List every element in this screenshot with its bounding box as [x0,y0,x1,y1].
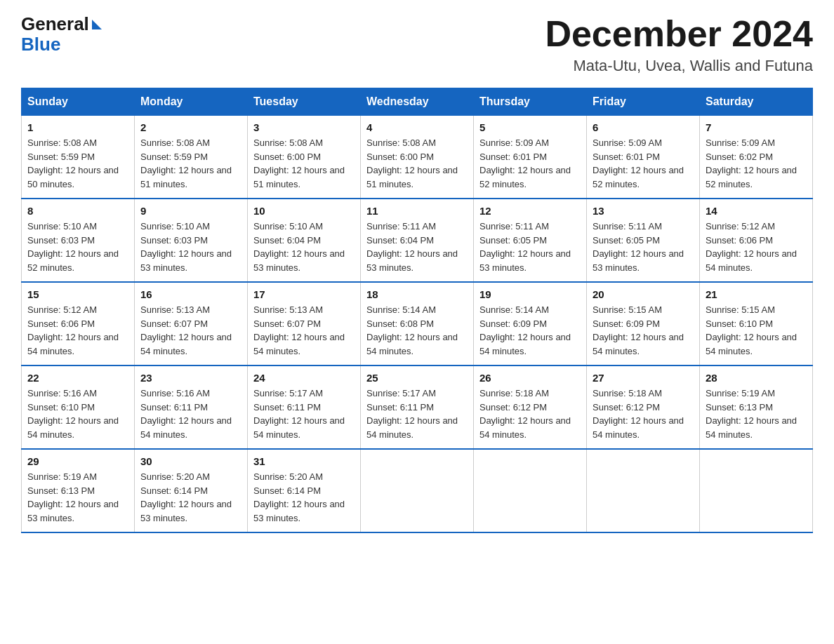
week-row-2: 8 Sunrise: 5:10 AMSunset: 6:03 PMDayligh… [22,199,813,282]
day-number: 27 [593,372,694,384]
day-number: 28 [706,372,807,384]
day-number: 22 [27,372,128,384]
header-tuesday: Tuesday [248,88,361,116]
day-info: Sunrise: 5:09 AMSunset: 6:01 PMDaylight:… [593,137,684,189]
day-info: Sunrise: 5:19 AMSunset: 6:13 PMDaylight:… [706,388,797,440]
day-info: Sunrise: 5:19 AMSunset: 6:13 PMDaylight:… [27,471,119,523]
calendar-cell: 30 Sunrise: 5:20 AMSunset: 6:14 PMDaylig… [135,449,248,532]
logo: General Blue [21,14,102,54]
day-number: 8 [27,205,128,217]
calendar-cell [361,449,474,532]
header-thursday: Thursday [474,88,587,116]
day-info: Sunrise: 5:14 AMSunset: 6:09 PMDaylight:… [479,304,571,356]
calendar-cell: 11 Sunrise: 5:11 AMSunset: 6:04 PMDaylig… [361,199,474,282]
calendar-cell: 7 Sunrise: 5:09 AMSunset: 6:02 PMDayligh… [700,116,813,199]
calendar-cell: 14 Sunrise: 5:12 AMSunset: 6:06 PMDaylig… [700,199,813,282]
day-number: 10 [253,205,355,217]
logo-blue-text: Blue [21,34,60,55]
calendar-cell: 29 Sunrise: 5:19 AMSunset: 6:13 PMDaylig… [22,449,135,532]
day-number: 15 [27,288,128,300]
day-info: Sunrise: 5:15 AMSunset: 6:10 PMDaylight:… [706,304,797,356]
day-info: Sunrise: 5:08 AMSunset: 6:00 PMDaylight:… [253,137,345,189]
day-info: Sunrise: 5:10 AMSunset: 6:04 PMDaylight:… [253,221,345,273]
day-info: Sunrise: 5:16 AMSunset: 6:11 PMDaylight:… [140,388,232,440]
day-info: Sunrise: 5:09 AMSunset: 6:02 PMDaylight:… [706,137,797,189]
day-number: 12 [479,205,581,217]
page-header: General Blue December 2024 Mata-Utu, Uve… [21,14,813,75]
calendar-cell: 18 Sunrise: 5:14 AMSunset: 6:08 PMDaylig… [361,282,474,365]
header-sunday: Sunday [22,88,135,116]
calendar-subtitle: Mata-Utu, Uvea, Wallis and Futuna [545,57,813,75]
header-row: SundayMondayTuesdayWednesdayThursdayFrid… [22,88,813,116]
day-number: 13 [593,205,694,217]
calendar-cell: 28 Sunrise: 5:19 AMSunset: 6:13 PMDaylig… [700,365,813,449]
header-saturday: Saturday [700,88,813,116]
day-number: 17 [253,288,355,300]
day-number: 7 [706,121,807,133]
day-info: Sunrise: 5:17 AMSunset: 6:11 PMDaylight:… [366,388,458,440]
day-number: 30 [140,455,241,467]
calendar-cell: 2 Sunrise: 5:08 AMSunset: 5:59 PMDayligh… [135,116,248,199]
calendar-title: December 2024 [545,14,813,54]
calendar-cell: 9 Sunrise: 5:10 AMSunset: 6:03 PMDayligh… [135,199,248,282]
calendar-cell: 16 Sunrise: 5:13 AMSunset: 6:07 PMDaylig… [135,282,248,365]
week-row-1: 1 Sunrise: 5:08 AMSunset: 5:59 PMDayligh… [22,116,813,199]
day-number: 18 [366,288,468,300]
day-number: 31 [253,455,355,467]
day-number: 24 [253,372,355,384]
week-row-3: 15 Sunrise: 5:12 AMSunset: 6:06 PMDaylig… [22,282,813,365]
day-number: 16 [140,288,241,300]
day-number: 21 [706,288,807,300]
day-number: 3 [253,121,355,133]
calendar-cell: 25 Sunrise: 5:17 AMSunset: 6:11 PMDaylig… [361,365,474,449]
day-number: 29 [27,455,128,467]
calendar-cell: 15 Sunrise: 5:12 AMSunset: 6:06 PMDaylig… [22,282,135,365]
day-info: Sunrise: 5:18 AMSunset: 6:12 PMDaylight:… [479,388,571,440]
day-info: Sunrise: 5:09 AMSunset: 6:01 PMDaylight:… [479,137,571,189]
day-info: Sunrise: 5:14 AMSunset: 6:08 PMDaylight:… [366,304,458,356]
day-number: 26 [479,372,581,384]
calendar-cell [474,449,587,532]
calendar-cell: 6 Sunrise: 5:09 AMSunset: 6:01 PMDayligh… [587,116,700,199]
day-number: 19 [479,288,581,300]
day-info: Sunrise: 5:20 AMSunset: 6:14 PMDaylight:… [140,471,232,523]
calendar-cell: 31 Sunrise: 5:20 AMSunset: 6:14 PMDaylig… [248,449,361,532]
day-info: Sunrise: 5:13 AMSunset: 6:07 PMDaylight:… [253,304,345,356]
day-info: Sunrise: 5:12 AMSunset: 6:06 PMDaylight:… [27,304,119,356]
week-row-4: 22 Sunrise: 5:16 AMSunset: 6:10 PMDaylig… [22,365,813,449]
day-number: 23 [140,372,241,384]
day-number: 14 [706,205,807,217]
header-monday: Monday [135,88,248,116]
day-number: 25 [366,372,468,384]
day-info: Sunrise: 5:18 AMSunset: 6:12 PMDaylight:… [593,388,684,440]
calendar-cell: 8 Sunrise: 5:10 AMSunset: 6:03 PMDayligh… [22,199,135,282]
day-number: 1 [27,121,128,133]
calendar-cell: 12 Sunrise: 5:11 AMSunset: 6:05 PMDaylig… [474,199,587,282]
day-info: Sunrise: 5:11 AMSunset: 6:05 PMDaylight:… [593,221,684,273]
day-number: 2 [140,121,241,133]
calendar-cell: 10 Sunrise: 5:10 AMSunset: 6:04 PMDaylig… [248,199,361,282]
day-info: Sunrise: 5:08 AMSunset: 5:59 PMDaylight:… [27,137,119,189]
calendar-cell: 23 Sunrise: 5:16 AMSunset: 6:11 PMDaylig… [135,365,248,449]
day-info: Sunrise: 5:13 AMSunset: 6:07 PMDaylight:… [140,304,232,356]
day-info: Sunrise: 5:20 AMSunset: 6:14 PMDaylight:… [253,471,345,523]
day-info: Sunrise: 5:11 AMSunset: 6:04 PMDaylight:… [366,221,458,273]
calendar-cell: 17 Sunrise: 5:13 AMSunset: 6:07 PMDaylig… [248,282,361,365]
day-info: Sunrise: 5:12 AMSunset: 6:06 PMDaylight:… [706,221,797,273]
day-number: 5 [479,121,581,133]
calendar-cell [587,449,700,532]
calendar-cell: 4 Sunrise: 5:08 AMSunset: 6:00 PMDayligh… [361,116,474,199]
title-area: December 2024 Mata-Utu, Uvea, Wallis and… [545,14,813,75]
header-friday: Friday [587,88,700,116]
calendar-cell: 21 Sunrise: 5:15 AMSunset: 6:10 PMDaylig… [700,282,813,365]
calendar-cell: 22 Sunrise: 5:16 AMSunset: 6:10 PMDaylig… [22,365,135,449]
calendar-body: 1 Sunrise: 5:08 AMSunset: 5:59 PMDayligh… [22,116,813,533]
day-info: Sunrise: 5:08 AMSunset: 5:59 PMDaylight:… [140,137,232,189]
day-number: 6 [593,121,694,133]
calendar-header: SundayMondayTuesdayWednesdayThursdayFrid… [22,88,813,116]
header-wednesday: Wednesday [361,88,474,116]
calendar-cell: 3 Sunrise: 5:08 AMSunset: 6:00 PMDayligh… [248,116,361,199]
day-number: 11 [366,205,468,217]
calendar-cell: 20 Sunrise: 5:15 AMSunset: 6:09 PMDaylig… [587,282,700,365]
day-info: Sunrise: 5:10 AMSunset: 6:03 PMDaylight:… [27,221,119,273]
